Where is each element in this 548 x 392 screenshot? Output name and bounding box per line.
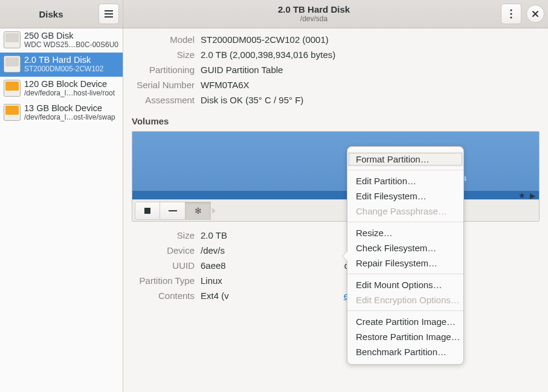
unmount-button[interactable]: [135, 202, 160, 220]
volumes-panel: tem n 1 Ext4 ★ ▶: [132, 131, 540, 222]
disks-window: Disks 2.0 TB Hard Disk /dev/sda: [0, 0, 548, 392]
svg-rect-0: [105, 10, 113, 11]
contents-text: Ext4 (v: [201, 291, 229, 301]
psize-label: Size: [132, 230, 195, 240]
drive-icon: [4, 80, 21, 97]
device-subtitle: ST2000DM005-2CW102: [24, 65, 103, 73]
kebab-icon: [510, 9, 512, 19]
headerbar-title-box: 2.0 TB Hard Disk /dev/sda: [127, 5, 501, 23]
svg-point-5: [510, 16, 512, 18]
serial-value: WFM0TA6X: [201, 80, 540, 90]
device-subtitle: /dev/fedora_l…ost-live/swap: [24, 113, 115, 121]
play-icon: ▶: [530, 191, 535, 200]
partition-info-grid: Size 2.0 TB Device /dev/s UUID 6aee8dbf0…: [132, 230, 540, 301]
menu-edit-mount-options[interactable]: Edit Mount Options…: [347, 277, 463, 292]
menu-resize[interactable]: Resize…: [347, 225, 463, 240]
drive-icon: [4, 104, 21, 121]
menu-separator: [347, 310, 463, 311]
serial-label: Serial Number: [132, 80, 195, 90]
menu-format-partition[interactable]: Format Partition…: [347, 152, 463, 167]
menu-repair-filesystem[interactable]: Repair Filesystem…: [347, 255, 463, 271]
close-button[interactable]: [526, 5, 544, 23]
headerbar-left: Disks: [0, 0, 123, 28]
device-text: 13 GB Block Device/dev/fedora_l…ost-live…: [24, 103, 115, 121]
volumes-heading: Volumes: [132, 116, 540, 126]
stop-icon: [144, 208, 150, 214]
menu-check-filesystem[interactable]: Check Filesystem…: [347, 240, 463, 255]
device-subtitle: WDC WDS25…B0C-00S6U0: [24, 40, 118, 49]
menu-edit-encryption-options: Edit Encryption Options…: [347, 292, 463, 307]
menu-separator: [347, 222, 463, 222]
device-row[interactable]: 2.0 TB Hard DiskST2000DM005-2CW102: [0, 53, 123, 77]
size-label: Size: [132, 50, 195, 60]
svg-rect-7: [169, 210, 177, 211]
drive-icon: [4, 31, 21, 48]
pcontents-label: Contents: [132, 291, 195, 301]
body: 250 GB DiskWDC WDS25…B0C-00S6U02.0 TB Ha…: [0, 28, 548, 392]
assessment-label: Assessment: [132, 95, 195, 105]
model-value: ST2000DM005-2CW102 (0001): [201, 34, 540, 45]
ptype-label: Partition Type: [132, 275, 195, 286]
menu-separator: [347, 170, 463, 170]
menu-separator: [347, 274, 463, 274]
volume-toolbar: [132, 199, 539, 221]
headerbar: Disks 2.0 TB Hard Disk /dev/sda: [0, 0, 548, 28]
disk-subtitle: /dev/sda: [127, 15, 501, 23]
hamburger-icon: [104, 10, 114, 18]
model-label: Model: [132, 34, 195, 45]
drive-menu-button[interactable]: [501, 4, 521, 24]
disk-info-grid: Model ST2000DM005-2CW102 (0001) Size 2.0…: [132, 34, 540, 105]
device-text: 2.0 TB Hard DiskST2000DM005-2CW102: [24, 55, 103, 73]
device-subtitle: /dev/fedora_l…host-live/root: [24, 89, 115, 97]
puuid-label: UUID: [132, 260, 195, 271]
main-pane: Model ST2000DM005-2CW102 (0001) Size 2.0…: [123, 28, 548, 392]
volume-options-menu: Format Partition… Edit Partition… Edit F…: [347, 146, 464, 365]
size-value: 2.0 TB (2,000,398,934,016 bytes): [201, 50, 540, 60]
star-icon: ★: [518, 191, 526, 200]
drive-icon: [4, 56, 21, 72]
device-row[interactable]: 120 GB Block Device/dev/fedora_l…host-li…: [0, 77, 123, 101]
menu-change-passphrase: Change Passphrase…: [347, 204, 463, 219]
minus-icon: [169, 210, 177, 212]
device-title: 2.0 TB Hard Disk: [24, 55, 103, 65]
svg-point-4: [510, 13, 512, 14]
gear-icon: [195, 205, 202, 216]
device-sidebar[interactable]: 250 GB DiskWDC WDS25…B0C-00S6U02.0 TB Ha…: [0, 28, 123, 392]
device-row[interactable]: 250 GB DiskWDC WDS25…B0C-00S6U0: [0, 28, 123, 53]
popover-arrow-icon: [212, 208, 216, 214]
disk-title: 2.0 TB Hard Disk: [127, 5, 501, 15]
app-menu-button[interactable]: [98, 4, 119, 24]
volume-map[interactable]: tem n 1 Ext4 ★ ▶: [132, 132, 539, 199]
device-row[interactable]: 13 GB Block Device/dev/fedora_l…ost-live…: [0, 101, 123, 125]
assessment-value: Disk is OK (35° C / 95° F): [201, 95, 540, 105]
pdevice-label: Device: [132, 245, 195, 255]
close-icon: [532, 10, 539, 18]
device-title: 250 GB Disk: [24, 31, 118, 40]
menu-restore-partition-image[interactable]: Restore Partition Image…: [347, 329, 463, 344]
uuid-left: 6aee8: [201, 260, 226, 271]
svg-rect-6: [144, 208, 150, 214]
svg-rect-1: [105, 13, 113, 14]
svg-rect-2: [105, 16, 113, 18]
menu-edit-partition[interactable]: Edit Partition…: [347, 173, 463, 188]
delete-partition-button[interactable]: [160, 202, 185, 220]
volume-options-button[interactable]: [185, 202, 211, 220]
headerbar-actions: [501, 4, 544, 24]
headerbar-right: 2.0 TB Hard Disk /dev/sda: [123, 0, 548, 28]
svg-point-3: [510, 9, 512, 11]
menu-edit-filesystem[interactable]: Edit Filesystem…: [347, 188, 463, 204]
device-text: 250 GB DiskWDC WDS25…B0C-00S6U0: [24, 31, 118, 49]
partitioning-value: GUID Partition Table: [201, 65, 540, 75]
volume-selection-band: [132, 191, 539, 199]
device-text: 120 GB Block Device/dev/fedora_l…host-li…: [24, 79, 115, 97]
partitioning-label: Partitioning: [132, 65, 195, 75]
device-title: 120 GB Block Device: [24, 79, 115, 89]
menu-benchmark-partition[interactable]: Benchmark Partition…: [347, 344, 463, 359]
menu-create-partition-image[interactable]: Create Partition Image…: [347, 314, 463, 329]
device-title: 13 GB Block Device: [24, 103, 115, 113]
app-title: Disks: [4, 9, 98, 19]
